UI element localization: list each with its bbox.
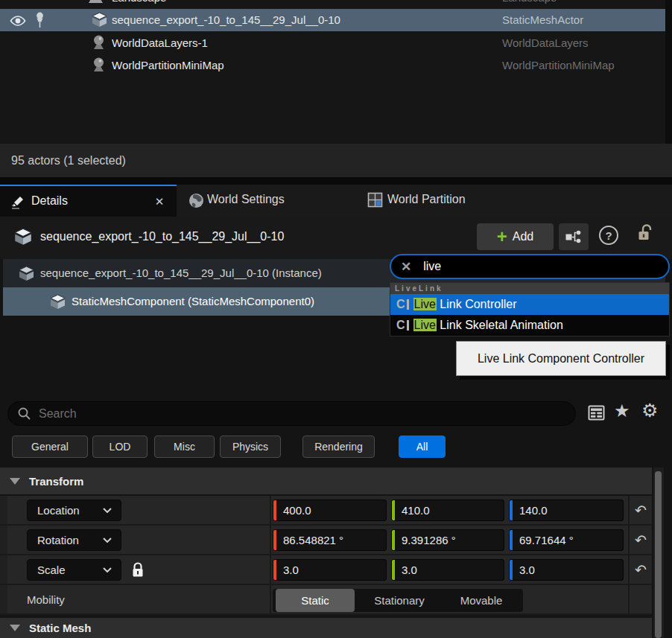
plus-icon: + xyxy=(497,229,507,244)
details-pencil-icon xyxy=(10,194,26,210)
world-partition-grid-icon xyxy=(367,192,383,208)
mobility-segmented-control: Static Stationary Movable xyxy=(273,589,523,612)
question-mark-icon: ? xyxy=(605,229,612,242)
unlock-icon[interactable] xyxy=(635,223,656,243)
location-y-field[interactable]: 410.0 xyxy=(391,500,504,521)
reset-to-default-icon[interactable]: ↶ xyxy=(630,526,652,554)
add-component-button[interactable]: + Add xyxy=(477,223,554,250)
tab-details[interactable]: Details ✕ xyxy=(0,185,177,217)
rotation-dropdown-button[interactable]: Rotation xyxy=(27,529,121,551)
chevron-down-icon xyxy=(103,537,112,543)
scale-x-field[interactable]: 3.0 xyxy=(273,559,387,581)
details-search-bar[interactable] xyxy=(7,401,576,426)
section-title: Static Mesh xyxy=(29,622,91,634)
transform-section-header[interactable]: Transform xyxy=(0,468,652,494)
details-tab-bar: Details ✕ World Settings World Partition xyxy=(0,185,672,217)
add-button-label: Add xyxy=(513,230,533,243)
scale-lock-icon[interactable] xyxy=(131,561,145,579)
collapse-triangle-icon[interactable] xyxy=(10,625,20,631)
unreal-editor-panel: ▾ Landscape Landscape sequence_expo xyxy=(0,0,672,638)
filter-chip-all[interactable]: All xyxy=(399,436,446,458)
transform-row-mobility: Mobility Static Stationary Movable xyxy=(0,585,652,615)
filter-chip-lod[interactable]: LOD xyxy=(92,436,148,458)
filter-chip-general[interactable]: General xyxy=(12,436,88,458)
rotation-z-field[interactable]: 69.71644 ° xyxy=(509,529,624,551)
scale-z-field[interactable]: 3.0 xyxy=(509,559,624,581)
outliner-row-selected-actor[interactable]: sequence_export_-10_to_145__29_Jul__0-10… xyxy=(0,9,665,31)
reset-to-default-icon[interactable]: ↶ xyxy=(630,496,652,524)
outliner-row-type: StaticMeshActor xyxy=(502,13,583,26)
component-row-label: sequence_export_-10_to_145__29_Jul__0-10… xyxy=(40,267,322,279)
scale-y-field[interactable]: 3.0 xyxy=(391,559,504,581)
outliner-scrollbar-track[interactable] xyxy=(665,0,672,144)
search-icon xyxy=(17,406,31,421)
add-menu-search-input[interactable] xyxy=(422,259,648,274)
details-scrollbar-thumb[interactable] xyxy=(655,471,662,638)
details-search-input[interactable] xyxy=(37,406,487,421)
component-class-icon: C xyxy=(396,299,409,310)
location-x-field[interactable]: 400.0 xyxy=(273,500,387,521)
outliner-row-type: WorldDataLayers xyxy=(502,36,589,49)
rotation-y-field[interactable]: 9.391286 ° xyxy=(391,529,504,551)
actor-type-icon xyxy=(13,228,33,246)
settings-gear-icon[interactable]: ⚙ xyxy=(641,400,658,421)
add-menu-search-box[interactable]: ✕ xyxy=(390,254,670,279)
tooltip-text: Live Link Component Controller xyxy=(478,352,644,366)
component-row-label: StaticMeshComponent (StaticMeshComponent… xyxy=(72,295,314,307)
outliner-row-label: sequence_export_-10_to_145__29_Jul__0-10 xyxy=(112,13,340,26)
menu-item-label: Live Link Controller xyxy=(413,298,517,311)
visibility-eye-icon[interactable] xyxy=(9,15,27,27)
favorites-star-icon[interactable]: ★ xyxy=(614,401,630,421)
mobility-option-movable[interactable]: Movable xyxy=(444,589,519,612)
property-label: Scale xyxy=(37,564,66,576)
section-title: Transform xyxy=(29,475,83,488)
chevron-down-icon xyxy=(103,508,112,513)
outliner-row-type: WorldPartitionMiniMap xyxy=(502,59,615,71)
tab-world-partition[interactable]: World Partition xyxy=(387,193,466,206)
outliner-row-type: Landscape xyxy=(502,0,557,4)
menu-item-live-link-controller[interactable]: C Live Link Controller xyxy=(390,294,669,315)
static-mesh-section-header[interactable]: Static Mesh xyxy=(0,618,652,638)
blueprint-button[interactable] xyxy=(559,223,589,250)
chevron-down-icon xyxy=(103,567,112,572)
pin-icon[interactable] xyxy=(35,12,45,29)
mobility-option-static[interactable]: Static xyxy=(276,589,355,612)
outliner-row-worldpartitionminimap[interactable]: WorldPartitionMiniMap WorldPartitionMini… xyxy=(0,54,665,76)
mobility-label: Mobility xyxy=(27,585,65,613)
display-filter-icon[interactable] xyxy=(588,405,605,421)
tab-close-icon[interactable]: ✕ xyxy=(151,194,168,210)
world-data-layers-icon xyxy=(91,34,107,51)
static-mesh-icon xyxy=(18,266,35,281)
filter-chip-physics[interactable]: Physics xyxy=(220,436,281,458)
outliner-row-landscape[interactable]: ▾ Landscape Landscape xyxy=(0,0,665,9)
location-dropdown-button[interactable]: Location xyxy=(27,500,121,521)
selected-actor-title: sequence_export_-10_to_145__29_Jul__0-10 xyxy=(40,230,284,243)
help-button[interactable]: ? xyxy=(599,226,618,245)
outliner-panel: ▾ Landscape Landscape sequence_expo xyxy=(0,0,672,144)
filter-chip-misc[interactable]: Misc xyxy=(154,436,215,458)
outliner-status-bar: 95 actors (1 selected) xyxy=(0,144,672,177)
add-menu-dropdown: LiveLink C Live Link Controller C Live L… xyxy=(390,282,670,336)
static-mesh-icon xyxy=(49,294,66,310)
transform-row-scale: Scale 3.0 3.0 3.0 ↶ xyxy=(0,555,652,585)
details-scrollbar-track[interactable] xyxy=(653,468,664,638)
reset-to-default-icon[interactable]: ↶ xyxy=(630,555,652,584)
menu-item-live-link-skeletal-animation[interactable]: C Live Link Skeletal Animation xyxy=(390,315,669,336)
outliner-row-worlddatalayers[interactable]: WorldDataLayers-1 WorldDataLayers xyxy=(0,32,665,54)
component-class-icon: C xyxy=(396,319,409,331)
location-z-field[interactable]: 140.0 xyxy=(509,500,624,521)
add-menu-category-header: LiveLink xyxy=(390,283,669,294)
collapse-triangle-icon[interactable] xyxy=(10,478,20,485)
clear-search-icon[interactable]: ✕ xyxy=(401,259,411,275)
landscape-icon xyxy=(88,0,104,4)
tab-world-settings[interactable]: World Settings xyxy=(207,193,285,206)
rotation-x-field[interactable]: 86.548821 ° xyxy=(273,529,387,551)
mobility-option-stationary[interactable]: Stationary xyxy=(355,589,444,612)
scale-dropdown-button[interactable]: Scale xyxy=(27,559,121,581)
menu-item-label: Live Link Skeletal Animation xyxy=(413,319,563,332)
static-mesh-actor-icon xyxy=(91,12,108,28)
panel-divider xyxy=(0,177,672,185)
filter-chip-rendering[interactable]: Rendering xyxy=(302,436,375,458)
transform-row-location: Location 400.0 410.0 140.0 ↶ xyxy=(0,496,652,526)
outliner-row-label: WorldDataLayers-1 xyxy=(112,36,208,49)
